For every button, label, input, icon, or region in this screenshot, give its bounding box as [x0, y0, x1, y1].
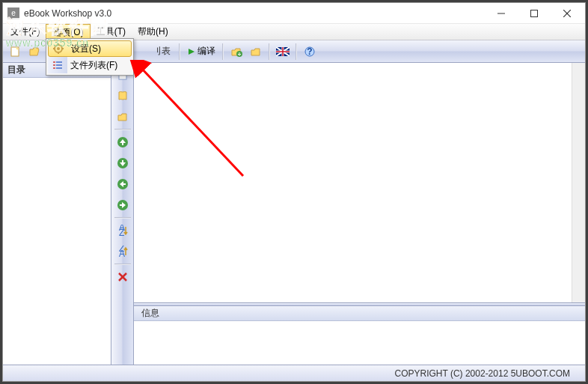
sort-desc-icon[interactable]: ZA	[114, 243, 132, 260]
statusbar: COPYRIGHT (C) 2002-2012 5UBOOT.COM	[3, 365, 585, 381]
delete-icon[interactable]	[114, 268, 132, 286]
options-dropdown: 设置(S) 文件列表(F)	[46, 38, 134, 76]
dropdown-label: 设置(S)	[71, 43, 101, 55]
menu-tools[interactable]: 工具(T)	[91, 24, 132, 40]
open-folder-icon[interactable]	[114, 108, 132, 126]
svg-text:?: ?	[307, 46, 312, 57]
app-icon: e	[7, 7, 19, 19]
content-area[interactable]	[134, 63, 585, 302]
svg-point-24	[57, 47, 60, 50]
new-button[interactable]	[6, 43, 24, 61]
close-button[interactable]	[551, 3, 584, 23]
titlebar: e eBook Workshop v3.0	[3, 3, 585, 24]
left-panel: 目录	[3, 63, 111, 365]
down-arrow-icon[interactable]	[114, 154, 132, 172]
svg-rect-31	[53, 64, 55, 66]
info-header: 信息	[134, 306, 585, 321]
compile-label: 编译	[197, 45, 215, 58]
help-button[interactable]: ?	[301, 43, 319, 61]
svg-rect-32	[56, 64, 62, 66]
dropdown-item-settings[interactable]: 设置(S)	[48, 40, 132, 57]
dropdown-item-filelist[interactable]: 文件列表(F)	[48, 57, 132, 73]
toolbar-list-fragment: 刂表	[151, 43, 175, 61]
maximize-button[interactable]	[518, 3, 551, 23]
gear-icon	[52, 42, 65, 55]
svg-rect-33	[53, 67, 55, 69]
right-panel: 信息	[134, 63, 585, 365]
language-button[interactable]	[274, 43, 292, 61]
menu-options[interactable]: 选项(O)	[46, 24, 90, 40]
vtoolbar-separator	[114, 129, 131, 130]
vtoolbar-separator	[114, 217, 131, 219]
vtoolbar-separator	[114, 263, 131, 265]
svg-rect-29	[53, 61, 55, 63]
dropdown-label: 文件列表(F)	[70, 59, 117, 72]
book-icon[interactable]	[114, 87, 132, 105]
sort-asc-icon[interactable]: AZ	[114, 222, 132, 240]
folder-in-button[interactable]	[247, 43, 265, 61]
menu-help[interactable]: 帮助(H)	[132, 24, 174, 40]
left-arrow-icon[interactable]	[114, 175, 132, 193]
window-title: eBook Workshop v3.0	[24, 8, 485, 19]
svg-rect-30	[56, 61, 62, 63]
svg-rect-1	[531, 10, 538, 16]
info-body[interactable]	[134, 321, 585, 365]
toolbar-separator	[295, 43, 297, 60]
compile-button[interactable]: 编译	[184, 43, 218, 61]
toolbar-separator	[269, 43, 270, 60]
right-arrow-icon[interactable]	[114, 196, 132, 214]
up-arrow-icon[interactable]	[114, 133, 132, 151]
menu-file[interactable]: 文件(F)	[4, 24, 46, 40]
toolbar-separator	[179, 43, 180, 60]
folder-out-button[interactable]	[227, 43, 245, 61]
toolbar-separator	[222, 43, 224, 60]
copyright-text: COPYRIGHT (C) 2002-2012 5UBOOT.COM	[394, 368, 570, 379]
open-button[interactable]	[25, 43, 43, 61]
svg-rect-34	[56, 67, 62, 69]
minimize-button[interactable]	[485, 3, 518, 23]
svg-text:Z: Z	[119, 228, 124, 237]
directory-tree[interactable]	[3, 78, 111, 365]
list-icon	[51, 58, 64, 72]
client-area: 目录 AZ ZA 信息	[3, 63, 585, 365]
vertical-toolbar: AZ ZA	[111, 63, 134, 365]
